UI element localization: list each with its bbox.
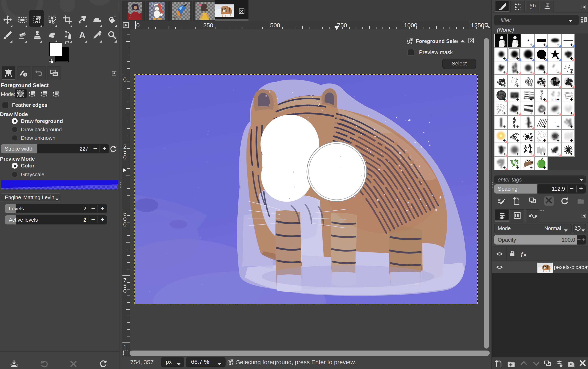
svg-text:b: b (533, 3, 536, 8)
svg-text:f: f (521, 251, 524, 257)
svg-text:A: A (79, 31, 86, 39)
svg-text:x: x (524, 252, 526, 257)
svg-text:i: i (25, 73, 26, 77)
svg-text:c: c (530, 6, 532, 10)
